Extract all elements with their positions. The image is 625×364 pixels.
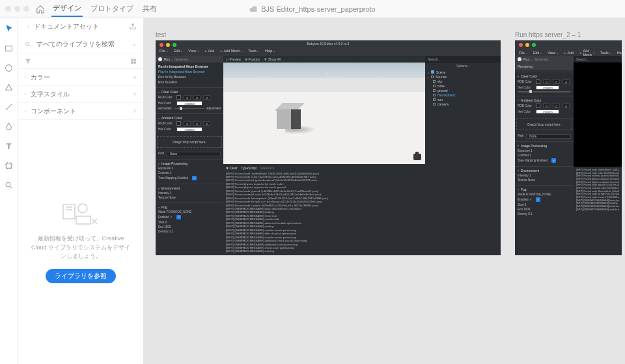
outliner-tree: SceneSoundsskycubegroundHemisphericsunca…: [425, 68, 501, 108]
search-icon: [25, 41, 31, 48]
group-image-processing: Image Processing Exposure 1 Contrast 1 T…: [156, 159, 223, 182]
select-tool-icon[interactable]: [4, 23, 14, 34]
polygon-tool-icon[interactable]: [4, 82, 14, 92]
script-dropzone[interactable]: Drag'n'drop script here.: [157, 136, 222, 148]
artboard-frame: File Edit View + Add + Add Mesh Tools He…: [515, 40, 622, 255]
chevron-down-icon[interactable]: ⌄: [132, 41, 137, 47]
section-color[interactable]: ›カラー+: [18, 69, 143, 86]
zoom-tool-icon[interactable]: [4, 180, 14, 190]
document-title: BJS Editor_https-server_paperproto: [249, 5, 375, 13]
outliner-item[interactable]: Hemispheric: [428, 92, 498, 97]
outliner-search[interactable]: Search...: [425, 56, 501, 63]
svg-line-7: [29, 45, 31, 47]
pen-tool-icon[interactable]: [4, 121, 14, 132]
home-icon[interactable]: [36, 5, 45, 14]
camera-icon[interactable]: [413, 154, 421, 160]
preview-tab[interactable]: ◻ Preview: [226, 57, 241, 61]
editor-outliner-panel: Search... Options... SceneSoundsskycubeg…: [425, 56, 501, 255]
svg-rect-9: [133, 59, 135, 61]
editor-inspector-panel: Run...Generate... Rendering Clear Color …: [515, 56, 574, 255]
console-panel: [INFO] Parsed node 'skyHalfSize2' (5481-…: [574, 167, 622, 255]
editor-center-column: ◻ Preview ✥ Position 👁 Show All: [223, 56, 425, 255]
menu-tools[interactable]: Tools: [248, 49, 259, 53]
outliner-item[interactable]: cube: [428, 83, 498, 88]
artboard-tool-icon[interactable]: [4, 160, 14, 171]
run-option[interactable]: Run In Editor: [158, 79, 221, 85]
browse-libraries-button[interactable]: ライブラリを参照: [46, 269, 116, 283]
console-clear[interactable]: ✖ Clear: [226, 166, 237, 171]
console-line: [INFO] Parsed physics impostor for mesh …: [576, 178, 619, 181]
empty-message: 最新情報を受け取って、Creative Cloud ライブラリでシステムをデザイ…: [30, 234, 132, 262]
toggle[interactable]: ✓: [176, 215, 181, 219]
panel-search[interactable]: ⌄: [18, 35, 143, 53]
svg-line-5: [10, 186, 12, 188]
rectangle-tool-icon[interactable]: [4, 43, 14, 53]
filter-icon[interactable]: [25, 58, 31, 64]
grid-view-icon[interactable]: [130, 58, 137, 64]
window-dots-icon: [519, 43, 536, 47]
group-header[interactable]: Image Processing: [158, 161, 221, 165]
menu-view[interactable]: View: [188, 49, 199, 53]
export-icon[interactable]: [129, 23, 137, 31]
toggle[interactable]: ✓: [192, 176, 197, 180]
canvas-area[interactable]: test Babylon JS Editor v4.0.0-rc.3 File …: [144, 18, 625, 364]
editor-inspector-panel: Run... Generate... Run In Integrated Htt…: [156, 56, 223, 255]
showall[interactable]: 👁 Show All: [264, 57, 281, 61]
run-option[interactable]: Run In My Browser: [158, 74, 221, 79]
path-field[interactable]: None: [167, 152, 221, 156]
menu-help[interactable]: Help: [265, 49, 275, 53]
svg-line-2: [6, 104, 12, 110]
run-option[interactable]: Play In Integrated Https Browser: [158, 69, 221, 74]
group-header[interactable]: Fog: [158, 205, 221, 209]
tab-design[interactable]: デザイン: [51, 1, 83, 17]
menu-add-mesh[interactable]: + Add Mesh: [220, 49, 242, 53]
artboard-label[interactable]: Run https server_2 – 1: [515, 31, 622, 38]
group-header[interactable]: Environment: [158, 186, 221, 190]
outliner-item[interactable]: Scene: [428, 70, 498, 74]
outliner-item[interactable]: ground: [428, 88, 498, 92]
run-option[interactable]: Run In Integrated Https Browser: [158, 64, 221, 69]
console-tab-wp[interactable]: WebPack: [260, 166, 274, 171]
translate-icon[interactable]: ✥ Position: [245, 57, 260, 61]
group-ambient-color: Ambient Color RGB Color000 Hex Color#000…: [156, 113, 223, 133]
play-icon[interactable]: ▶: [327, 71, 329, 75]
console-panel: ✖ Clear TypeScript WebPack [INFO] Parsed…: [223, 164, 425, 255]
outliner-item[interactable]: Sounds: [428, 74, 498, 79]
outliner-item[interactable]: sky: [428, 79, 498, 83]
window-traffic-lights: [5, 6, 29, 12]
console-line: [INFO] [WEBPACK MESSAGE] emitting: [226, 249, 423, 253]
script-dropzone[interactable]: Drag'n'drop script here.: [516, 119, 572, 130]
outliner-item[interactable]: sun: [428, 97, 498, 102]
tab-share[interactable]: 共有: [141, 1, 158, 16]
menu-file[interactable]: File: [160, 49, 168, 53]
line-tool-icon[interactable]: [4, 102, 14, 112]
ellipse-tool-icon[interactable]: [4, 63, 14, 73]
viewport-3d[interactable]: [223, 63, 425, 164]
back-icon[interactable]: 〈: [25, 23, 30, 31]
artboard-label[interactable]: test: [156, 31, 501, 38]
viewport-toolbar: ◻ Preview ✥ Position 👁 Show All: [223, 56, 425, 63]
search-input[interactable]: [36, 40, 127, 48]
editor-outliner-panel: Search... [INFO] Parsed node 'skyHalfSiz…: [574, 56, 622, 255]
group-header[interactable]: Clear Color: [158, 90, 221, 94]
svg-rect-0: [6, 46, 12, 51]
generate-tab[interactable]: Generate...: [174, 57, 191, 61]
text-tool-icon[interactable]: [4, 141, 14, 151]
panel-filter-row: [18, 53, 143, 69]
rendering-tab[interactable]: Rendering: [515, 63, 574, 70]
editor-window-title: Babylon JS Editor v4.0.0-rc.3: [156, 42, 501, 46]
console-tab-ts[interactable]: TypeScript: [241, 166, 257, 171]
menu-edit[interactable]: Edit: [174, 49, 182, 53]
svg-rect-14: [76, 216, 90, 224]
assets-panel: 〈 ドキュメントアセット ⌄ ›カラー+ ›文字スタイル+ ›コンポーネント+: [18, 18, 144, 364]
section-textstyle[interactable]: ›文字スタイル+: [18, 86, 143, 103]
outliner-item[interactable]: camera: [428, 102, 498, 106]
run-options-list: Run In Integrated Https Browser Play In …: [156, 63, 223, 86]
artboard-test[interactable]: test Babylon JS Editor v4.0.0-rc.3 File …: [156, 31, 501, 364]
tab-prototype[interactable]: プロトタイプ: [89, 1, 135, 16]
group-header[interactable]: Ambient Color: [158, 116, 221, 120]
section-component[interactable]: ›コンポーネント+: [18, 103, 143, 120]
menu-add[interactable]: + Add: [204, 49, 214, 53]
run-tab[interactable]: Run...: [164, 57, 173, 61]
artboard-run-https[interactable]: Run https server_2 – 1 File Edit View + …: [515, 31, 622, 364]
